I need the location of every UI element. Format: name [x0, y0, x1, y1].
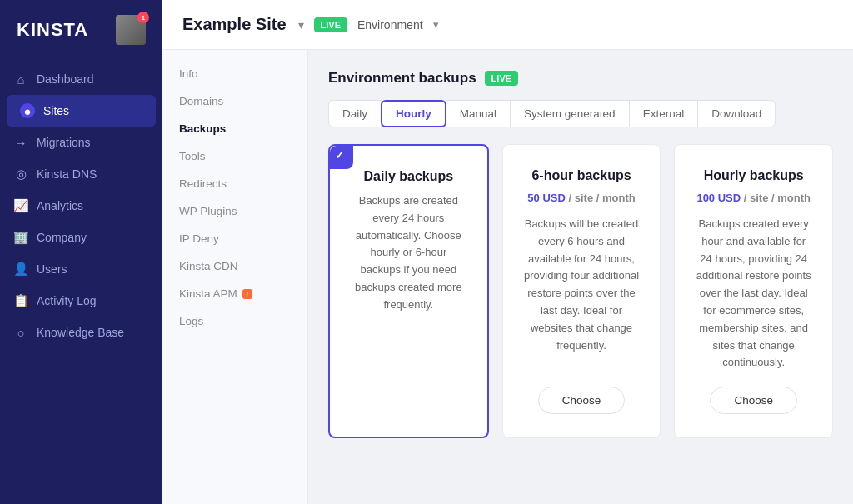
sidebar-item-label: Dashboard: [37, 72, 94, 86]
sub-sidebar: Info Domains Backups Tools Redirects WP …: [162, 50, 308, 504]
card-title-daily: Daily backups: [364, 169, 454, 184]
sub-nav-domains[interactable]: Domains: [162, 87, 307, 115]
sidebar-item-users[interactable]: 👤 Users: [0, 253, 162, 285]
live-badge: LIVE: [314, 17, 347, 32]
price-unit-6hour: / site / month: [569, 192, 636, 204]
sidebar-item-migrations[interactable]: → Migrations: [0, 127, 162, 158]
tab-manual[interactable]: Manual: [446, 100, 511, 127]
choose-button-hourly[interactable]: Choose: [710, 387, 797, 414]
card-desc-6hour: Backups will be created every 6 hours an…: [523, 216, 641, 372]
sidebar-item-sites[interactable]: ● Sites: [7, 95, 156, 127]
tab-hourly[interactable]: Hourly: [381, 100, 446, 127]
sub-nav-logs[interactable]: Logs: [162, 307, 307, 335]
sidebar-item-activity-log[interactable]: 📋 Activity Log: [0, 285, 162, 317]
content-area: Info Domains Backups Tools Redirects WP …: [162, 50, 853, 504]
cards-container: Daily backups Backups are created every …: [328, 144, 833, 438]
card-price-hourly: 100 USD / site / month: [696, 192, 811, 204]
sidebar-item-analytics[interactable]: 📈 Analytics: [0, 190, 162, 222]
environment-chevron-icon[interactable]: ▾: [433, 18, 439, 31]
sidebar-item-label: Analytics: [37, 199, 83, 212]
tab-download[interactable]: Download: [697, 100, 776, 127]
sub-nav-kinsta-apm[interactable]: Kinsta APM ↑: [162, 280, 307, 307]
sidebar-logo-area: KINSTA 1: [0, 0, 162, 57]
section-live-badge: LIVE: [485, 71, 518, 86]
sidebar-item-label: Knowledge Base: [37, 326, 124, 339]
section-title: Environment backups: [328, 70, 476, 87]
sidebar-item-kinsta-dns[interactable]: ◎ Kinsta DNS: [0, 158, 162, 190]
sidebar-item-label: Activity Log: [37, 294, 97, 307]
sidebar-item-label: Migrations: [37, 136, 91, 149]
environment-label: Environment: [357, 18, 423, 32]
topbar: Example Site ▾ LIVE Environment ▾: [162, 0, 853, 50]
price-unit-hourly: / site / month: [744, 192, 811, 204]
dns-icon: ◎: [13, 167, 28, 182]
migrations-icon: →: [13, 135, 28, 150]
backup-card-daily: Daily backups Backups are created every …: [328, 144, 489, 438]
tab-daily[interactable]: Daily: [328, 100, 382, 127]
site-title-chevron-icon[interactable]: ▾: [298, 18, 304, 32]
sidebar-item-label: Users: [37, 262, 67, 276]
sidebar: KINSTA 1 ⌂ Dashboard ● Sites → Migration…: [0, 0, 162, 504]
users-icon: 👤: [13, 262, 28, 277]
dashboard-icon: ⌂: [13, 72, 28, 87]
sub-nav-redirects[interactable]: Redirects: [162, 170, 307, 197]
knowledge-base-icon: ○: [13, 325, 28, 340]
card-desc-hourly: Backups created every hour and available…: [695, 216, 812, 372]
sidebar-item-label: Company: [37, 231, 87, 244]
beta-badge: ↑: [242, 289, 253, 299]
sidebar-item-dashboard[interactable]: ⌂ Dashboard: [0, 63, 162, 95]
avatar[interactable]: 1: [116, 15, 146, 45]
price-amount-hourly: 100 USD: [696, 192, 741, 204]
backup-card-hourly: Hourly backups 100 USD / site / month Ba…: [674, 144, 833, 438]
card-desc-daily: Backups are created every 24 hours autom…: [350, 192, 467, 413]
sidebar-item-knowledge-base[interactable]: ○ Knowledge Base: [0, 317, 162, 348]
activity-log-icon: 📋: [13, 293, 28, 308]
tab-system-generated[interactable]: System generated: [510, 100, 630, 127]
analytics-icon: 📈: [13, 198, 28, 213]
backup-card-6hour: 6-hour backups 50 USD / site / month Bac…: [502, 144, 661, 438]
sidebar-item-label: Sites: [43, 104, 69, 117]
sidebar-nav: ⌂ Dashboard ● Sites → Migrations ◎ Kinst…: [0, 57, 162, 504]
sites-icon: ●: [20, 103, 35, 118]
section-header: Environment backups LIVE: [328, 70, 833, 87]
sub-nav-info[interactable]: Info: [162, 60, 307, 87]
main-area: Example Site ▾ LIVE Environment ▾ Info D…: [162, 0, 853, 504]
tabs-row: Daily Hourly Manual System generated Ext…: [328, 100, 833, 127]
sub-nav-kinsta-cdn[interactable]: Kinsta CDN: [162, 252, 307, 280]
card-title-hourly: Hourly backups: [704, 168, 804, 183]
card-price-6hour: 50 USD / site / month: [527, 192, 635, 204]
tab-external[interactable]: External: [629, 100, 699, 127]
notification-badge: 1: [137, 12, 149, 23]
sub-nav-ip-deny[interactable]: IP Deny: [162, 225, 307, 252]
price-amount-6hour: 50 USD: [527, 192, 566, 204]
sub-nav-tools[interactable]: Tools: [162, 142, 307, 170]
company-icon: 🏢: [13, 230, 28, 245]
choose-button-6hour[interactable]: Choose: [538, 387, 626, 414]
sidebar-item-label: Kinsta DNS: [37, 167, 97, 181]
page-content: Environment backups LIVE Daily Hourly Ma…: [308, 50, 853, 504]
logo: KINSTA: [17, 19, 88, 41]
sub-nav-backups[interactable]: Backups: [162, 115, 307, 142]
sub-nav-wp-plugins[interactable]: WP Plugins: [162, 197, 307, 225]
card-title-6hour: 6-hour backups: [531, 168, 631, 183]
site-title: Example Site: [182, 15, 287, 34]
sidebar-item-company[interactable]: 🏢 Company: [0, 222, 162, 253]
